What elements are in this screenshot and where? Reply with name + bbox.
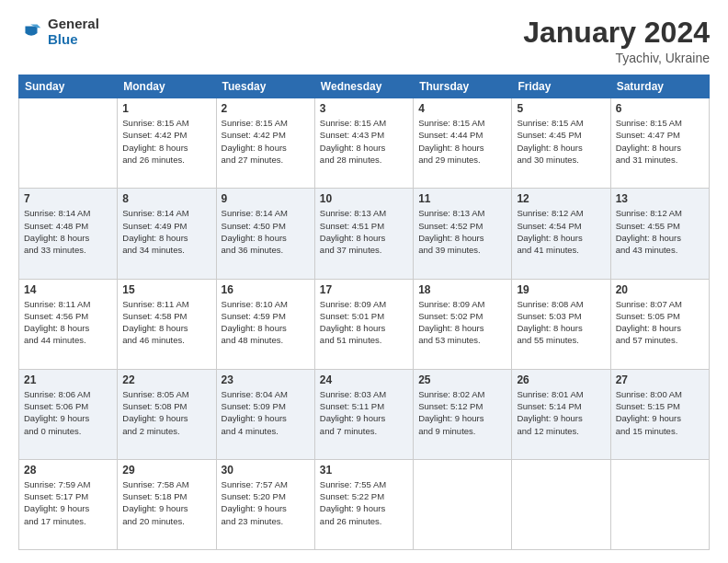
logo-icon [18,19,44,45]
day-number: 14 [24,283,112,296]
table-cell [610,459,709,549]
col-friday: Friday [512,75,610,98]
day-number: 29 [122,464,210,477]
table-cell: 28Sunrise: 7:59 AMSunset: 5:17 PMDayligh… [19,459,118,549]
day-info: Sunrise: 8:09 AMSunset: 5:01 PMDaylight:… [320,298,408,347]
day-number: 21 [24,373,112,386]
day-info: Sunrise: 8:06 AMSunset: 5:06 PMDaylight:… [24,388,112,437]
day-info: Sunrise: 8:03 AMSunset: 5:11 PMDaylight:… [320,388,408,437]
day-info: Sunrise: 8:12 AMSunset: 4:55 PMDaylight:… [616,207,704,256]
col-wednesday: Wednesday [314,75,413,98]
table-cell: 29Sunrise: 7:58 AMSunset: 5:18 PMDayligh… [118,459,216,549]
day-number: 2 [222,102,310,115]
day-number: 6 [616,102,704,115]
day-number: 10 [320,192,408,205]
week-row-4: 21Sunrise: 8:06 AMSunset: 5:06 PMDayligh… [19,369,710,459]
day-number: 24 [320,373,408,386]
day-number: 27 [616,373,704,386]
table-cell: 27Sunrise: 8:00 AMSunset: 5:15 PMDayligh… [610,369,709,459]
logo-general-text: General [48,17,99,32]
table-cell: 21Sunrise: 8:06 AMSunset: 5:06 PMDayligh… [19,369,118,459]
table-cell: 14Sunrise: 8:11 AMSunset: 4:56 PMDayligh… [19,279,118,369]
table-cell: 19Sunrise: 8:08 AMSunset: 5:03 PMDayligh… [512,279,610,369]
month-year-title: January 2024 [523,17,710,49]
table-cell: 3Sunrise: 8:15 AMSunset: 4:43 PMDaylight… [314,98,413,189]
table-cell: 5Sunrise: 8:15 AMSunset: 4:45 PMDaylight… [512,98,610,189]
calendar-table: Sunday Monday Tuesday Wednesday Thursday… [18,75,710,550]
table-cell: 15Sunrise: 8:11 AMSunset: 4:58 PMDayligh… [118,279,216,369]
day-info: Sunrise: 8:11 AMSunset: 4:56 PMDaylight:… [24,298,112,347]
day-info: Sunrise: 8:11 AMSunset: 4:58 PMDaylight:… [122,298,210,347]
day-info: Sunrise: 7:57 AMSunset: 5:20 PMDaylight:… [222,478,310,527]
day-number: 12 [517,192,605,205]
day-number: 28 [24,464,112,477]
day-number: 4 [418,102,506,115]
table-cell: 12Sunrise: 8:12 AMSunset: 4:54 PMDayligh… [512,189,610,279]
day-info: Sunrise: 8:14 AMSunset: 4:49 PMDaylight:… [122,207,210,256]
week-row-5: 28Sunrise: 7:59 AMSunset: 5:17 PMDayligh… [19,459,710,549]
col-monday: Monday [118,75,216,98]
table-cell: 11Sunrise: 8:13 AMSunset: 4:52 PMDayligh… [414,189,512,279]
day-info: Sunrise: 8:09 AMSunset: 5:02 PMDaylight:… [418,298,506,347]
day-number: 22 [122,373,210,386]
table-cell: 10Sunrise: 8:13 AMSunset: 4:51 PMDayligh… [314,189,413,279]
day-number: 20 [616,283,704,296]
table-cell: 23Sunrise: 8:04 AMSunset: 5:09 PMDayligh… [216,369,314,459]
week-row-2: 7Sunrise: 8:14 AMSunset: 4:48 PMDaylight… [19,189,710,279]
day-info: Sunrise: 8:08 AMSunset: 5:03 PMDaylight:… [517,298,605,347]
day-info: Sunrise: 8:14 AMSunset: 4:48 PMDaylight:… [24,207,112,256]
table-cell: 1Sunrise: 8:15 AMSunset: 4:42 PMDaylight… [118,98,216,189]
table-cell: 31Sunrise: 7:55 AMSunset: 5:22 PMDayligh… [314,459,413,549]
day-info: Sunrise: 8:04 AMSunset: 5:09 PMDaylight:… [222,388,310,437]
calendar-header-row: Sunday Monday Tuesday Wednesday Thursday… [19,75,710,98]
logo-text: General Blue [48,17,99,47]
table-cell: 30Sunrise: 7:57 AMSunset: 5:20 PMDayligh… [216,459,314,549]
table-cell: 6Sunrise: 8:15 AMSunset: 4:47 PMDaylight… [610,98,709,189]
day-number: 17 [320,283,408,296]
table-cell: 20Sunrise: 8:07 AMSunset: 5:05 PMDayligh… [610,279,709,369]
day-number: 15 [122,283,210,296]
day-number: 3 [320,102,408,115]
day-number: 25 [418,373,506,386]
day-info: Sunrise: 7:59 AMSunset: 5:17 PMDaylight:… [24,478,112,527]
header: General Blue January 2024 Tyachiv, Ukrai… [18,17,710,65]
table-cell [19,98,118,189]
day-number: 13 [616,192,704,205]
day-info: Sunrise: 8:13 AMSunset: 4:51 PMDaylight:… [320,207,408,256]
col-saturday: Saturday [610,75,709,98]
day-number: 31 [320,464,408,477]
table-cell: 13Sunrise: 8:12 AMSunset: 4:55 PMDayligh… [610,189,709,279]
day-info: Sunrise: 8:05 AMSunset: 5:08 PMDaylight:… [122,388,210,437]
table-cell: 18Sunrise: 8:09 AMSunset: 5:02 PMDayligh… [414,279,512,369]
day-info: Sunrise: 8:15 AMSunset: 4:43 PMDaylight:… [320,117,408,166]
day-info: Sunrise: 8:15 AMSunset: 4:44 PMDaylight:… [418,117,506,166]
col-sunday: Sunday [19,75,118,98]
day-number: 11 [418,192,506,205]
day-number: 5 [517,102,605,115]
week-row-1: 1Sunrise: 8:15 AMSunset: 4:42 PMDaylight… [19,98,710,189]
table-cell: 17Sunrise: 8:09 AMSunset: 5:01 PMDayligh… [314,279,413,369]
day-info: Sunrise: 8:02 AMSunset: 5:12 PMDaylight:… [418,388,506,437]
day-info: Sunrise: 7:55 AMSunset: 5:22 PMDaylight:… [320,478,408,527]
day-info: Sunrise: 8:15 AMSunset: 4:42 PMDaylight:… [122,117,210,166]
table-cell: 26Sunrise: 8:01 AMSunset: 5:14 PMDayligh… [512,369,610,459]
table-cell: 4Sunrise: 8:15 AMSunset: 4:44 PMDaylight… [414,98,512,189]
week-row-3: 14Sunrise: 8:11 AMSunset: 4:56 PMDayligh… [19,279,710,369]
day-number: 9 [222,192,310,205]
table-cell: 2Sunrise: 8:15 AMSunset: 4:42 PMDaylight… [216,98,314,189]
day-number: 26 [517,373,605,386]
logo-blue-text: Blue [48,32,99,48]
table-cell: 9Sunrise: 8:14 AMSunset: 4:50 PMDaylight… [216,189,314,279]
day-info: Sunrise: 8:10 AMSunset: 4:59 PMDaylight:… [222,298,310,347]
table-cell: 7Sunrise: 8:14 AMSunset: 4:48 PMDaylight… [19,189,118,279]
day-info: Sunrise: 8:01 AMSunset: 5:14 PMDaylight:… [517,388,605,437]
day-info: Sunrise: 8:15 AMSunset: 4:45 PMDaylight:… [517,117,605,166]
day-info: Sunrise: 8:15 AMSunset: 4:42 PMDaylight:… [222,117,310,166]
day-info: Sunrise: 8:00 AMSunset: 5:15 PMDaylight:… [616,388,704,437]
table-cell: 8Sunrise: 8:14 AMSunset: 4:49 PMDaylight… [118,189,216,279]
day-number: 16 [222,283,310,296]
day-info: Sunrise: 7:58 AMSunset: 5:18 PMDaylight:… [122,478,210,527]
day-info: Sunrise: 8:07 AMSunset: 5:05 PMDaylight:… [616,298,704,347]
day-number: 7 [24,192,112,205]
logo: General Blue [18,17,99,47]
